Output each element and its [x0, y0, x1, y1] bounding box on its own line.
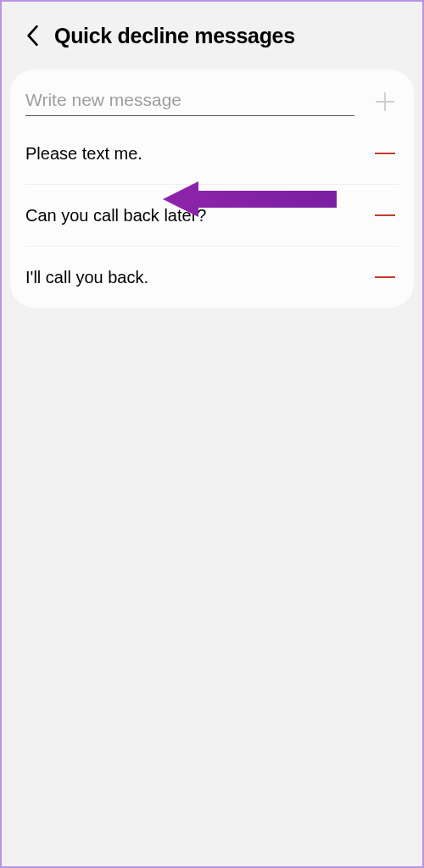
- new-message-input[interactable]: [25, 86, 354, 116]
- remove-icon[interactable]: [371, 202, 399, 229]
- message-text: I'll call you back.: [25, 268, 371, 287]
- message-text: Please text me.: [25, 144, 371, 164]
- plus-icon[interactable]: [371, 88, 399, 115]
- new-message-row: [25, 70, 399, 123]
- messages-card: Please text me. Can you call back later?…: [10, 70, 414, 308]
- remove-icon[interactable]: [371, 140, 399, 167]
- message-row[interactable]: Can you call back later?: [25, 184, 399, 246]
- page-title: Quick decline messages: [54, 24, 295, 48]
- back-icon[interactable]: [19, 22, 46, 49]
- message-text: Can you call back later?: [25, 206, 371, 225]
- header-bar: Quick decline messages: [2, 2, 422, 61]
- message-row[interactable]: Please text me.: [25, 123, 399, 184]
- remove-icon[interactable]: [371, 264, 399, 291]
- message-row[interactable]: I'll call you back.: [25, 246, 399, 308]
